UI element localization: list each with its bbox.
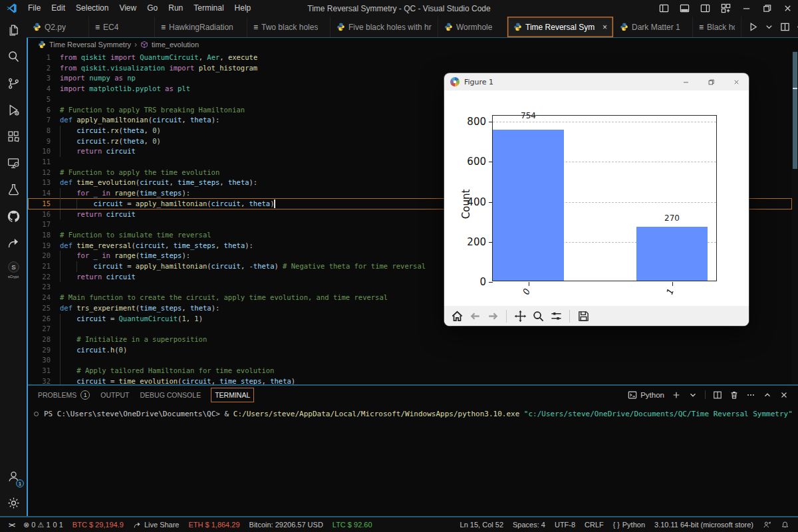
- home-button[interactable]: [450, 308, 464, 324]
- sliders-button[interactable]: [549, 308, 563, 324]
- editor-sash[interactable]: [27, 38, 28, 516]
- figure-window[interactable]: Figure 1 020040060080075402701Count: [444, 73, 749, 326]
- code-line: 30: [28, 355, 792, 366]
- line-number: 1: [28, 53, 51, 63]
- status-ltc-92-60[interactable]: LTC $ 92.60: [328, 517, 377, 532]
- forward-button[interactable]: [485, 308, 500, 324]
- menu-view[interactable]: View: [114, 0, 142, 17]
- close-tab-icon[interactable]: ×: [602, 23, 607, 32]
- tab-wormhole[interactable]: Wormhole: [438, 17, 507, 37]
- tab-hawkingradiation[interactable]: ≡HawkingRadiation: [155, 17, 247, 37]
- new-terminal-button[interactable]: [672, 390, 681, 400]
- status-python[interactable]: { }Python: [608, 517, 650, 532]
- terminal-prompt: PS C:\Users\steve\OneDrive\Documents\QC>…: [44, 410, 233, 418]
- activity-item-explorer[interactable]: [0, 17, 27, 43]
- activity-item-github[interactable]: [0, 203, 27, 229]
- pan-button[interactable]: [513, 308, 527, 324]
- status-spaces-4[interactable]: Spaces: 4: [508, 517, 550, 532]
- status-feedback[interactable]: [758, 517, 776, 532]
- toggle-sidebar-button[interactable]: [654, 0, 674, 17]
- kill-terminal-button[interactable]: [730, 390, 739, 400]
- panel-actions: Python: [628, 390, 798, 400]
- tab-time-reversal-symmetry[interactable]: Time Reversal Symmetry×: [507, 17, 614, 37]
- customize-layout-button[interactable]: [716, 0, 736, 17]
- status-utf-8[interactable]: UTF-8: [550, 517, 580, 532]
- activity-item-search[interactable]: [0, 43, 27, 70]
- toggle-secondary-sidebar-button[interactable]: [695, 0, 716, 17]
- menu-help[interactable]: Help: [229, 0, 257, 17]
- scrollbar-thumb[interactable]: [793, 52, 797, 169]
- tab-black-hol[interactable]: ≡Black hol: [693, 17, 741, 37]
- split-terminal-button[interactable]: [713, 390, 722, 400]
- activity-caption: sCrypt: [8, 275, 19, 279]
- status-bell[interactable]: [776, 517, 794, 532]
- status-bitcoin-29206-57-usd[interactable]: Bitcoin: 29206.57 USD: [245, 517, 328, 532]
- split-editor-button[interactable]: [780, 22, 790, 32]
- terminal-shell-selector[interactable]: Python: [628, 390, 664, 400]
- menu-file[interactable]: File: [23, 0, 46, 17]
- status-ln-15-col-52[interactable]: Ln 15, Col 52: [456, 517, 508, 532]
- menu-edit[interactable]: Edit: [46, 0, 70, 17]
- save-button[interactable]: [576, 308, 591, 324]
- tab-dark-matter-1[interactable]: Dark Matter 1: [614, 17, 693, 37]
- settings-icon: [7, 496, 21, 510]
- figure-close-button[interactable]: [724, 73, 749, 90]
- activity-item-extensions[interactable]: [0, 123, 27, 150]
- menu-selection[interactable]: Selection: [70, 0, 114, 17]
- status-btc-29-194-9[interactable]: BTC $ 29,194.9: [68, 517, 128, 532]
- tab-five-black-holes-with-hr[interactable]: Five black holes with hr: [331, 17, 438, 37]
- menu-run[interactable]: Run: [163, 0, 188, 17]
- activity-item-run-debug[interactable]: [0, 96, 27, 123]
- python-file-icon: [620, 23, 628, 31]
- minimize-button[interactable]: [736, 0, 757, 17]
- maximize-restore-button[interactable]: [757, 0, 777, 17]
- figure-maximize-button[interactable]: [698, 73, 724, 90]
- y-tick-mark: [489, 282, 493, 283]
- tab-two-black-holes[interactable]: ≡Two black holes: [247, 17, 331, 37]
- close-window-button[interactable]: [777, 0, 798, 17]
- activity-item-testing[interactable]: [0, 176, 27, 203]
- activity-item-source-control[interactable]: [0, 70, 27, 96]
- figure-minimize-button[interactable]: [673, 73, 698, 90]
- panel-tab-problems[interactable]: PROBLEMS1: [38, 390, 90, 400]
- vscode-logo-icon: [6, 3, 17, 14]
- status-eth-1-864-29[interactable]: ETH $ 1,864.29: [184, 517, 244, 532]
- maximize-panel-button[interactable]: [763, 390, 772, 400]
- status-remote[interactable]: ><: [4, 517, 19, 532]
- activity-item-live-share[interactable]: [0, 229, 27, 256]
- breadcrumb-symbol[interactable]: time_evolution: [152, 41, 199, 49]
- status-live-share[interactable]: Live Share: [128, 517, 184, 532]
- tab-ec4[interactable]: ≡EC4: [89, 17, 155, 37]
- tab-q2-py[interactable]: Q2.py: [27, 17, 89, 37]
- code-line: 28 # Initialize in a superposition: [28, 334, 792, 345]
- status-3-10-11-64-bit-microsoft[interactable]: 3.10.11 64-bit (microsoft store): [650, 517, 758, 532]
- figure-title-bar[interactable]: Figure 1: [444, 73, 749, 90]
- line-number: 26: [28, 314, 51, 325]
- status-crlf[interactable]: CRLF: [580, 517, 608, 532]
- zoom-button[interactable]: [531, 308, 545, 324]
- menu-go[interactable]: Go: [142, 0, 163, 17]
- activity-item-remote-explorer[interactable]: [0, 150, 27, 176]
- activity-item-scrypt[interactable]: SsCrypt: [0, 256, 27, 283]
- status-0-1[interactable]: ⊗ 0 ⚠ 10 1: [19, 517, 68, 532]
- back-button[interactable]: [467, 308, 482, 324]
- panel-tab-terminal[interactable]: TERMINAL: [211, 388, 253, 402]
- terminal-dropdown-button[interactable]: [688, 390, 698, 400]
- toggle-panel-button[interactable]: [674, 0, 695, 17]
- activity-item-settings[interactable]: [0, 489, 27, 516]
- run-python-file-button[interactable]: [748, 22, 758, 32]
- menu-terminal[interactable]: Terminal: [188, 0, 229, 17]
- terminal[interactable]: PS C:\Users\steve\OneDrive\Documents\QC>…: [28, 410, 798, 418]
- list-file-icon: ≡: [699, 23, 704, 32]
- panel-tab-output[interactable]: OUTPUT: [100, 391, 129, 399]
- run-dropdown-button[interactable]: [764, 22, 774, 32]
- terminal-more-button[interactable]: [746, 390, 755, 400]
- breadcrumb-file[interactable]: Time Reversal Symmetry: [49, 41, 131, 49]
- panel-tab-debug-console[interactable]: DEBUG CONSOLE: [140, 391, 201, 399]
- activity-item-accounts[interactable]: 1: [0, 463, 27, 489]
- breadcrumb[interactable]: Time Reversal Symmetry › time_evolution: [28, 39, 798, 51]
- menu-bar: FileEditSelectionViewGoRunTerminalHelp: [23, 0, 256, 17]
- title-bar: FileEditSelectionViewGoRunTerminalHelp T…: [0, 0, 798, 17]
- close-panel-button[interactable]: [779, 390, 789, 400]
- editor-scrollbar[interactable]: [792, 51, 798, 384]
